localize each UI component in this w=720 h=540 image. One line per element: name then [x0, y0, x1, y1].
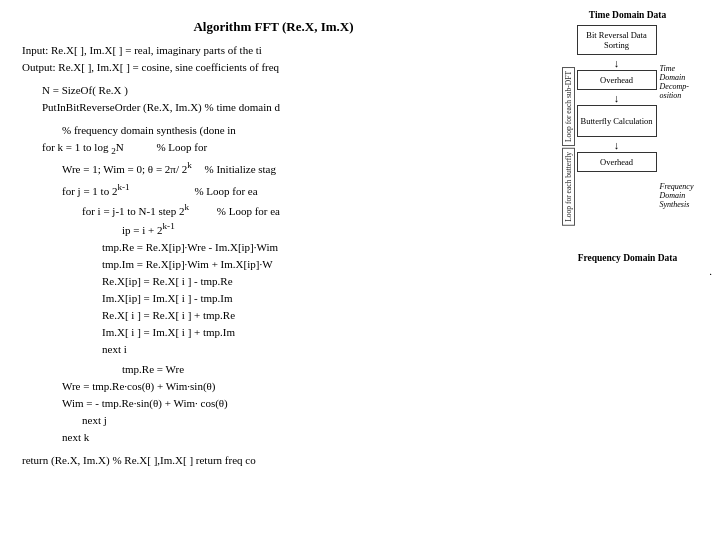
line-nexti: next i	[102, 342, 525, 358]
wre2-text: Wre = tmp.Re·cos(θ) + Wim·sin(θ)	[62, 380, 216, 392]
line-return: return (Re.X, Im.X) % Re.X[ ],Im.X[ ] re…	[22, 453, 525, 469]
loop-labels-left: Loop for each sub-DFT Loop for each butt…	[562, 25, 575, 248]
line-nextj: next j	[82, 413, 525, 429]
line-n: N = SizeOf( Re.X )	[42, 83, 525, 99]
line-ip: ip = i + 2k-1	[122, 221, 525, 240]
line-imxip: Im.X[ip] = Im.X[ i ] - tmp.Im	[102, 291, 525, 307]
output-line: Output: Re.X[ ], Im.X[ ] = cosine, sine …	[22, 60, 525, 76]
arrow1: ↓	[614, 57, 620, 69]
butterfly-box: Butterfly Calculation	[577, 105, 657, 137]
line-fork: for k = 1 to log 2N % Loop for	[42, 140, 525, 158]
line-tmpim: tmp.Im = Re.X[ip]·Wim + Im.X[ip]·W	[102, 257, 525, 273]
butterfly-label: Butterfly Calculation	[581, 116, 653, 126]
line-wre-init: Wre = 1; Wim = 0; θ = 2π/ 2k % Initializ…	[62, 159, 525, 178]
right-label-freq: FrequencyDomainSynthesis	[660, 182, 694, 209]
overhead-box-top: Overhead	[577, 70, 657, 90]
output-text: Output: Re.X[ ], Im.X[ ] = cosine, sine …	[22, 61, 279, 73]
arrow3: ↓	[614, 139, 620, 151]
forj-text: for j = 1 to 2k-1	[62, 185, 130, 197]
line-tmpre2: tmp.Re = Wre	[122, 362, 525, 378]
algorithm-title: Algorithm FFT (Re.X, Im.X)	[22, 18, 525, 37]
line-forj: for j = 1 to 2k-1 % Loop for ea	[62, 182, 525, 201]
diagram-panel: Time Domain Data Loop for each sub-DFT L…	[535, 0, 720, 540]
overhead-box-bottom: Overhead	[577, 152, 657, 172]
line-wim2: Wim = - tmp.Re·sin(θ) + Wim· cos(θ)	[62, 396, 525, 412]
line-nextk: next k	[62, 430, 525, 446]
right-labels: TimeDomainDecomp-osition FrequencyDomain…	[660, 25, 694, 248]
arrow2: ↓	[614, 92, 620, 104]
overhead-top-label: Overhead	[600, 75, 633, 85]
right-label-time: TimeDomainDecomp-osition	[660, 64, 694, 100]
line-putinbit: PutInBitReverseOrder (Re.X, Im.X) % time…	[42, 100, 525, 116]
line-imxi: Im.X[ i ] = Im.X[ i ] + tmp.Im	[102, 325, 525, 341]
ip-text: ip = i + 2k-1	[122, 224, 175, 236]
fork-comment: % Loop for	[156, 141, 207, 153]
fork-for: for k = 1 to log 2N	[42, 141, 124, 153]
loop-label-sub-dft: Loop for each sub-DFT	[562, 67, 575, 146]
line-rexip: Re.X[ip] = Re.X[ i ] - tmp.Re	[102, 274, 525, 290]
line-tmpre: tmp.Re = Re.X[ip]·Wre - Im.X[ip]·Wim	[102, 240, 525, 256]
input-text: Input: Re.X[ ], Im.X[ ] = real, imaginar…	[22, 44, 262, 56]
line-comment1: % frequency domain synthesis (done in	[62, 123, 525, 139]
bit-reversal-label: Bit Reversal Data Sorting	[586, 30, 646, 50]
line-rexi: Re.X[ i ] = Re.X[ i ] + tmp.Re	[102, 308, 525, 324]
diagram-top-label: Time Domain Data	[589, 10, 666, 20]
diagram-boxes: Bit Reversal Data Sorting ↓ Overhead ↓ B…	[577, 25, 657, 248]
fori-text: for i = j-1 to N-1 step 2k	[82, 205, 189, 217]
line-wre2: Wre = tmp.Re·cos(θ) + Wim·sin(θ)	[62, 379, 525, 395]
wre-comment: % Initialize stag	[205, 163, 276, 175]
tmpim-text: tmp.Im = Re.X[ip]·Wim + Im.X[ip]·W	[102, 258, 273, 270]
overhead-bottom-label: Overhead	[600, 157, 633, 167]
loop-label-butterfly: Loop for each butterfly	[562, 148, 575, 226]
line-fori: for i = j-1 to N-1 step 2k % Loop for ea	[82, 201, 525, 220]
forj-comment: % Loop for ea	[194, 185, 257, 197]
wim2-text: Wim = - tmp.Re·sin(θ) + Wim· cos(θ)	[62, 397, 228, 409]
slide: Algorithm FFT (Re.X, Im.X) Input: Re.X[ …	[0, 0, 720, 540]
diagram-main: Loop for each sub-DFT Loop for each butt…	[562, 25, 694, 248]
bit-reversal-box: Bit Reversal Data Sorting	[577, 25, 657, 55]
tmpre-text: tmp.Re = Re.X[ip]·Wre - Im.X[ip]·Wim	[102, 241, 278, 253]
input-line: Input: Re.X[ ], Im.X[ ] = real, imaginar…	[22, 43, 525, 59]
fori-comment: % Loop for ea	[217, 205, 280, 217]
diagram-dot: .	[543, 265, 712, 277]
algorithm-content: Algorithm FFT (Re.X, Im.X) Input: Re.X[ …	[0, 0, 535, 540]
wre-text: Wre = 1; Wim = 0; θ = 2π/ 2k	[62, 163, 192, 175]
diagram-bottom-label: Frequency Domain Data	[578, 253, 678, 263]
